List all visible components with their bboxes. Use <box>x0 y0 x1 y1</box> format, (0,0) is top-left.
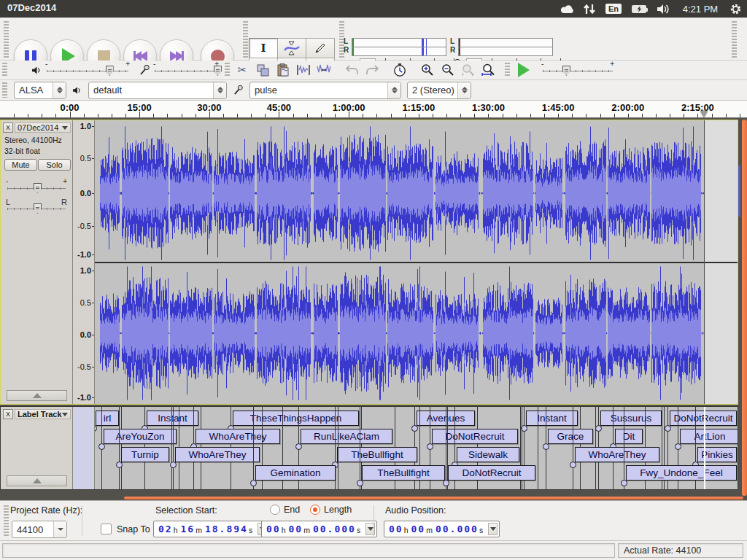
gain-slider[interactable]: -+ <box>7 182 66 193</box>
radio-length[interactable]: Length <box>310 505 352 515</box>
playback-speed-slider[interactable]: -+ <box>543 64 613 76</box>
label-handle[interactable] <box>116 462 123 468</box>
label-chip[interactable]: WhoAreThey <box>175 447 260 462</box>
selection-length-field[interactable]: 00h00m00.000s <box>261 521 377 537</box>
trim-audio-button[interactable] <box>293 61 314 79</box>
cut-button[interactable]: ✂ <box>232 61 252 79</box>
network-sync-icon[interactable] <box>581 0 597 18</box>
toolbar-grip[interactable] <box>2 63 7 78</box>
label-handle[interactable] <box>621 480 627 486</box>
label-handle[interactable] <box>98 443 105 450</box>
toolbar-grip[interactable] <box>505 63 510 78</box>
vertical-amplitude-ruler[interactable]: 1.00.50.0-0.5-1.01.00.50.0-0.5-1.0 <box>73 120 95 404</box>
battery-icon[interactable] <box>629 0 649 18</box>
paste-button[interactable] <box>273 61 293 79</box>
toolbar-grip[interactable] <box>243 21 248 58</box>
label-chip[interactable]: DoNotRecruit <box>432 429 518 444</box>
label-chip[interactable]: Gemination <box>255 465 336 481</box>
label-boundary-line[interactable] <box>360 407 360 489</box>
pan-slider[interactable]: LR <box>7 202 66 214</box>
snap-to-checkbox[interactable] <box>101 524 112 534</box>
label-boundary-line[interactable] <box>538 407 538 489</box>
volume-icon[interactable] <box>654 0 673 18</box>
label-boundary-line[interactable] <box>446 407 446 489</box>
undo-button[interactable] <box>341 61 362 79</box>
label-chip[interactable]: Grace <box>548 429 593 444</box>
label-chip[interactable]: RunLikeAClam <box>301 429 392 444</box>
label-boundary-line[interactable] <box>119 407 120 489</box>
recording-device-select[interactable]: pulse <box>249 82 401 99</box>
label-chip[interactable]: Turnip <box>121 447 169 462</box>
label-chip[interactable]: Instant <box>526 411 578 426</box>
selection-start-field[interactable]: 02h16m18.894s <box>153 521 269 537</box>
label-handle[interactable] <box>443 480 449 486</box>
label-chip[interactable]: WhoAreThey <box>196 429 280 444</box>
label-handle[interactable] <box>570 462 576 468</box>
sync-lock-clock-button[interactable] <box>390 61 410 79</box>
collapse-label-track-button[interactable] <box>7 475 67 486</box>
label-handle[interactable] <box>95 425 97 432</box>
label-chip[interactable]: WhoAreThey <box>575 447 659 462</box>
play-at-speed-button[interactable] <box>512 61 535 79</box>
label-area[interactable]: irlInstantTheseThingsHappenAvenuesInstan… <box>95 407 738 489</box>
fit-selection-button[interactable] <box>458 61 479 79</box>
audio-host-select[interactable]: ALSA <box>14 82 66 99</box>
label-handle[interactable] <box>411 425 418 432</box>
playback-volume-slider[interactable]: -+ <box>47 64 128 76</box>
fit-project-button[interactable] <box>479 61 499 79</box>
label-chip[interactable]: AreYouZon <box>104 429 177 444</box>
label-chip[interactable]: Fwy_Undone_Feel <box>626 465 737 481</box>
label-chip[interactable]: TheseThingsHappen <box>233 411 359 426</box>
recording-channels-select[interactable]: 2 (Stereo) In <box>407 82 471 99</box>
envelope-tool-button[interactable] <box>277 38 306 58</box>
label-handle[interactable] <box>595 425 602 432</box>
timeline-ruler[interactable]: 0:0015:0030:0045:001:00:001:15:001:30:00… <box>0 101 747 118</box>
label-handle[interactable] <box>665 425 671 432</box>
toolbar-grip[interactable] <box>225 63 230 78</box>
label-boundary-line[interactable] <box>573 407 573 489</box>
label-handle[interactable] <box>675 443 681 450</box>
label-chip[interactable]: Sidewalk <box>457 447 519 462</box>
radio-end[interactable]: End <box>270 505 300 515</box>
session-gear-icon[interactable] <box>727 0 744 18</box>
timefield-dropdown[interactable] <box>488 523 498 535</box>
label-boundary-line[interactable] <box>173 407 174 489</box>
mute-button[interactable]: Mute <box>4 159 37 171</box>
vertical-scrollbar-thumb[interactable] <box>738 166 740 217</box>
label-handle[interactable] <box>543 443 549 450</box>
cloud-icon[interactable] <box>559 0 576 18</box>
keyboard-layout-indicator[interactable]: En <box>604 0 623 18</box>
collapse-track-button[interactable] <box>7 390 67 401</box>
close-label-track-button[interactable]: X <box>3 409 13 419</box>
toolbar-grip[interactable] <box>732 21 737 58</box>
horizontal-scrollbar[interactable] <box>124 497 743 499</box>
label-boundary-line[interactable] <box>171 407 172 489</box>
label-track-title-menu[interactable]: Label Track <box>15 409 71 419</box>
silence-audio-button[interactable] <box>314 61 334 79</box>
audio-position-field[interactable]: 00h00m00.000s <box>384 521 500 537</box>
label-handle[interactable] <box>427 443 433 450</box>
zoom-in-button[interactable] <box>417 61 438 79</box>
project-rate-select[interactable]: 44100 <box>12 521 67 538</box>
copy-button[interactable] <box>252 61 273 79</box>
label-handle[interactable] <box>357 480 363 486</box>
label-chip[interactable]: TheBullfight <box>337 447 417 462</box>
toolbar-grip[interactable] <box>2 82 7 98</box>
label-boundary-line[interactable] <box>253 407 254 489</box>
label-chip[interactable]: DoNotRecruit <box>448 465 535 481</box>
vertical-scrollbar[interactable] <box>742 120 747 496</box>
clock[interactable]: 4:21 PM <box>678 0 722 18</box>
label-chip[interactable]: DoNotRecruit <box>670 411 737 426</box>
zoom-out-button[interactable] <box>438 61 458 79</box>
label-chip[interactable]: Dit <box>615 429 643 444</box>
label-chip[interactable]: Sussurus <box>600 411 662 426</box>
close-track-button[interactable]: X <box>3 122 13 133</box>
draw-tool-button[interactable] <box>306 38 335 58</box>
label-chip[interactable]: irl <box>96 411 119 426</box>
stereo-waveform[interactable] <box>95 120 738 404</box>
label-boundary-line[interactable] <box>624 407 624 489</box>
playback-device-select[interactable]: default <box>88 82 227 99</box>
label-handle[interactable] <box>250 480 257 486</box>
label-handle[interactable] <box>170 462 177 468</box>
toolbar-grip[interactable] <box>4 21 9 58</box>
